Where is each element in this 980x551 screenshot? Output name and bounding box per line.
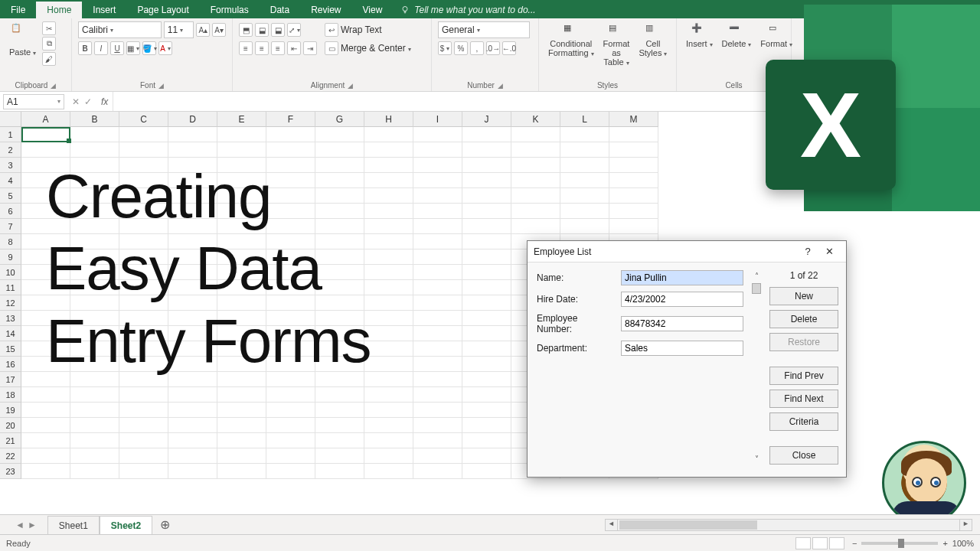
cell[interactable] <box>364 387 413 403</box>
cell[interactable] <box>511 219 560 234</box>
cell[interactable] <box>217 311 266 326</box>
row-header[interactable]: 11 <box>0 280 21 295</box>
cell[interactable] <box>266 173 315 188</box>
underline-button[interactable]: U <box>110 41 124 55</box>
cell[interactable] <box>315 173 364 188</box>
cell[interactable] <box>364 249 413 265</box>
cell[interactable] <box>364 142 413 158</box>
cell[interactable] <box>413 418 462 433</box>
increase-font-button[interactable]: A▴ <box>196 23 210 37</box>
tab-home[interactable]: Home <box>36 2 82 18</box>
cell[interactable] <box>315 142 364 158</box>
cell[interactable] <box>168 448 217 464</box>
cell[interactable] <box>119 357 168 372</box>
cell[interactable] <box>21 372 70 387</box>
help-button[interactable]: ? <box>797 246 818 257</box>
cell[interactable] <box>21 173 70 188</box>
normal-view-button[interactable] <box>795 537 811 549</box>
cell[interactable] <box>462 403 511 418</box>
cell[interactable] <box>70 173 119 188</box>
cell[interactable] <box>21 387 70 403</box>
cell[interactable] <box>462 357 511 372</box>
cell[interactable] <box>560 204 609 219</box>
cell[interactable] <box>511 204 560 219</box>
cell[interactable] <box>217 188 266 204</box>
insert-cells-button[interactable]: ➕Insert <box>683 21 716 50</box>
zoom-level[interactable]: 100% <box>952 539 974 548</box>
cell[interactable] <box>168 158 217 173</box>
cell[interactable] <box>21 433 70 448</box>
next-sheet-icon[interactable]: ► <box>28 520 37 530</box>
restore-button[interactable]: Restore <box>769 333 838 351</box>
cell[interactable] <box>217 127 266 142</box>
cell[interactable] <box>70 311 119 326</box>
cell[interactable] <box>21 403 70 418</box>
cell[interactable] <box>413 387 462 403</box>
cell[interactable] <box>168 173 217 188</box>
cell[interactable] <box>168 295 217 311</box>
border-button[interactable]: ▦ <box>126 41 140 55</box>
cell[interactable] <box>609 158 658 173</box>
cell[interactable] <box>560 188 609 204</box>
cell[interactable] <box>217 341 266 357</box>
cell[interactable] <box>413 265 462 280</box>
row-header[interactable]: 4 <box>0 173 21 188</box>
cell[interactable] <box>364 464 413 479</box>
sheet-tab-2[interactable]: Sheet2 <box>100 516 152 536</box>
cell[interactable] <box>364 372 413 387</box>
cell[interactable] <box>266 311 315 326</box>
align-middle-button[interactable]: ⬓ <box>255 23 269 37</box>
cell[interactable] <box>413 403 462 418</box>
cell[interactable] <box>364 341 413 357</box>
cell[interactable] <box>119 372 168 387</box>
accept-formula-icon[interactable]: ✓ <box>84 96 92 107</box>
cell[interactable] <box>168 418 217 433</box>
align-right-button[interactable]: ≡ <box>271 41 285 55</box>
cell[interactable] <box>413 372 462 387</box>
cell[interactable] <box>266 464 315 479</box>
row-header[interactable]: 6 <box>0 204 21 219</box>
dialog-launcher-icon[interactable]: ◢ <box>51 82 56 90</box>
cell[interactable] <box>364 311 413 326</box>
cell[interactable] <box>364 326 413 341</box>
cell[interactable] <box>462 234 511 249</box>
dialog-titlebar[interactable]: Employee List ? ✕ <box>528 241 846 262</box>
cell[interactable] <box>462 280 511 295</box>
tab-page-layout[interactable]: Page Layout <box>126 2 199 18</box>
cell[interactable] <box>168 127 217 142</box>
cell[interactable] <box>462 173 511 188</box>
hire-date-field[interactable] <box>621 292 743 307</box>
cell[interactable] <box>462 311 511 326</box>
cell[interactable] <box>21 295 70 311</box>
cell[interactable] <box>364 403 413 418</box>
cell[interactable] <box>266 341 315 357</box>
sheet-tab-1[interactable]: Sheet1 <box>47 516 100 535</box>
cell[interactable] <box>21 142 70 158</box>
paste-button[interactable]: 📋 Paste <box>6 21 39 58</box>
align-top-button[interactable]: ⬒ <box>239 23 253 37</box>
format-as-table-button[interactable]: ▤Format as Table <box>600 21 633 68</box>
cell[interactable] <box>511 158 560 173</box>
cell[interactable] <box>168 372 217 387</box>
cell[interactable] <box>21 418 70 433</box>
decrease-indent-button[interactable]: ⇤ <box>287 41 301 55</box>
cell[interactable] <box>119 464 168 479</box>
cell[interactable] <box>21 234 70 249</box>
cell[interactable] <box>364 188 413 204</box>
cell[interactable] <box>266 219 315 234</box>
cell[interactable] <box>413 464 462 479</box>
cell[interactable] <box>21 158 70 173</box>
cell[interactable] <box>217 357 266 372</box>
cell[interactable] <box>364 173 413 188</box>
orientation-button[interactable]: ⤢ <box>287 23 301 37</box>
cell[interactable] <box>315 265 364 280</box>
merge-center-button[interactable]: Merge & Center <box>341 43 411 54</box>
cell[interactable] <box>462 448 511 464</box>
cell[interactable] <box>315 204 364 219</box>
cell[interactable] <box>364 418 413 433</box>
dialog-launcher-icon[interactable]: ◢ <box>498 82 503 90</box>
cell[interactable] <box>315 311 364 326</box>
cell[interactable] <box>21 448 70 464</box>
cell[interactable] <box>119 326 168 341</box>
row-header[interactable]: 9 <box>0 249 21 265</box>
